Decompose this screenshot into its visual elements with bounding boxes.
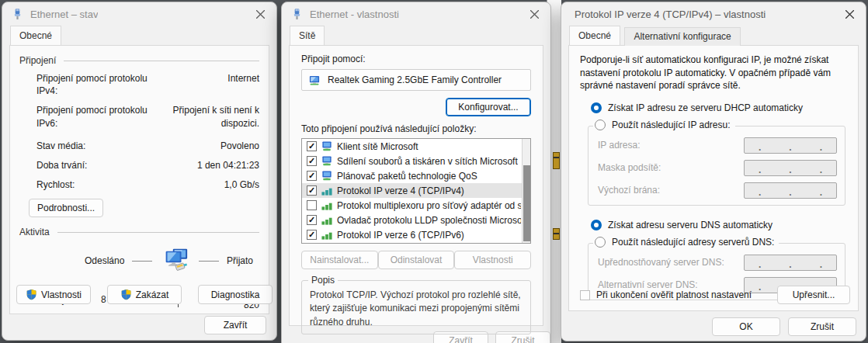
connect-using-label: Připojit pomocí: <box>301 54 531 64</box>
subnet-mask-input[interactable]: ... <box>744 160 837 176</box>
row-value: Internet <box>151 72 259 85</box>
protocol-list: Klient sítě Microsoft Sdílení souborů a … <box>301 138 531 244</box>
tab-strip: Sítě <box>282 26 550 45</box>
list-item-label: Protokol multiplexoru pro síťový adaptér… <box>337 200 521 211</box>
background-icon-fragment <box>553 152 560 169</box>
list-item-label: Sdílení souborů a tiskáren v sítích Micr… <box>337 156 518 167</box>
ip-separator: . <box>820 262 822 268</box>
titlebar[interactable]: Ethernet – stav <box>2 2 276 26</box>
items-label: Toto připojení používá následující polož… <box>301 123 531 134</box>
ip-address-input[interactable]: ... <box>744 137 837 154</box>
checkbox[interactable] <box>307 185 317 196</box>
checkbox[interactable] <box>307 141 317 151</box>
uac-shield-icon <box>26 289 37 300</box>
row-label: Stav média: <box>36 140 151 152</box>
ip-address-label: IP adresa: <box>598 140 744 151</box>
radio-static-ip[interactable] <box>595 120 606 130</box>
list-item[interactable]: Plánovač paketů technologie QoS <box>302 168 530 183</box>
row-value: 1 den 04:21:23 <box>151 159 259 172</box>
install-button[interactable]: Nainstalovat... <box>301 251 378 269</box>
item-properties-button[interactable]: Vlastnosti <box>454 251 531 269</box>
gateway-label: Výchozí brána: <box>598 185 744 196</box>
close-icon[interactable] <box>518 2 550 26</box>
ip-separator: . <box>789 145 791 151</box>
details-button[interactable]: Podrobnosti... <box>29 199 103 217</box>
divider <box>57 232 259 233</box>
list-item[interactable]: Ovladač protokolu LLDP společnosti Micro… <box>302 213 530 227</box>
field-row: IP adresa: ... <box>598 137 837 154</box>
tab-site[interactable]: Sítě <box>290 26 325 45</box>
window-title: Ethernet - vlastnosti <box>310 9 399 20</box>
list-item[interactable]: Sdílení souborů a tiskáren v sítích Micr… <box>302 154 530 168</box>
preferred-dns-input[interactable]: ... <box>744 255 837 271</box>
ip-separator: . <box>789 190 791 196</box>
cancel-button[interactable]: Zrušit <box>788 317 856 336</box>
divider <box>132 261 152 262</box>
ip-separator: . <box>759 145 761 151</box>
checkbox[interactable] <box>307 156 317 166</box>
divider <box>199 261 219 262</box>
configure-button[interactable]: Konfigurovat... <box>446 98 531 116</box>
scrollbar[interactable] <box>522 139 530 243</box>
advanced-button[interactable]: Upřesnit... <box>777 286 850 304</box>
list-item[interactable]: Protokol IP verze 6 (TCP/IPv6) <box>302 227 530 242</box>
radio-dhcp[interactable] <box>591 102 602 113</box>
ip-separator: . <box>759 168 761 173</box>
radio-dns-static-label: Použít následující adresy serverů DNS: <box>612 237 774 248</box>
ip-separator: . <box>759 190 761 196</box>
row-value: Připojení k síti není k dispozici. <box>151 104 259 129</box>
radio-dns-static[interactable] <box>595 237 606 248</box>
ip-separator: . <box>820 168 822 173</box>
checkbox[interactable] <box>307 171 317 181</box>
list-item[interactable]: Protokol multiplexoru pro síťový adaptér… <box>302 198 530 213</box>
gateway-input[interactable]: ... <box>744 182 837 199</box>
close-icon[interactable] <box>244 2 276 26</box>
status-tab-page: Připojení Připojení pomocí protokolu IPv… <box>9 45 269 314</box>
diagnose-button[interactable]: Diagnostika <box>198 285 273 304</box>
checkbox[interactable] <box>307 215 317 225</box>
adapter-name: Realtek Gaming 2.5GbE Family Controller <box>328 74 502 85</box>
radio-row-dns-auto[interactable]: Získat adresu serveru DNS automaticky <box>591 220 847 230</box>
protocol-icon <box>321 185 333 196</box>
validate-checkbox[interactable] <box>580 290 590 300</box>
status-row: Připojení pomocí protokolu IPv4: Interne… <box>36 72 259 97</box>
scrollbar-thumb[interactable] <box>523 165 530 241</box>
tab-alternativni-konfigurace[interactable]: Alternativní konfigurace <box>624 27 740 46</box>
received-label: Přijato <box>227 255 253 266</box>
ok-button[interactable]: OK <box>712 317 780 336</box>
list-item[interactable]: Klient sítě Microsoft <box>302 139 530 154</box>
tab-strip: Obecné Alternativní konfigurace <box>561 26 866 45</box>
protocol-icon <box>321 199 333 211</box>
list-item-label: Protokol IP verze 6 (TCP/IPv6) <box>337 230 464 241</box>
network-client-icon <box>321 170 333 182</box>
titlebar[interactable]: Protokol IP verze 4 (TCP/IPv4) – vlastno… <box>561 2 866 26</box>
list-item-label: Klient sítě Microsoft <box>337 141 418 152</box>
ip-separator: . <box>820 190 822 196</box>
protocol-icon <box>321 229 333 241</box>
uninstall-button[interactable]: Odinstalovat <box>378 251 455 269</box>
row-label: Rychlost: <box>36 178 151 191</box>
subnet-mask-label: Maska podsítě: <box>598 162 744 173</box>
disable-button[interactable]: Zakázat <box>107 285 182 304</box>
close-button[interactable]: Zavřít <box>204 316 266 334</box>
checkbox[interactable] <box>307 230 317 240</box>
ip-separator: . <box>759 262 761 268</box>
radio-row-dhcp[interactable]: Získat IP adresu ze serveru DHCP automat… <box>591 102 847 113</box>
properties-button[interactable]: Vlastnosti <box>16 285 91 304</box>
close-icon[interactable] <box>833 2 866 26</box>
properties-button-label: Vlastnosti <box>41 289 82 300</box>
titlebar[interactable]: Ethernet - vlastnosti <box>282 2 550 26</box>
tab-obecne[interactable]: Obecné <box>10 26 61 45</box>
row-label: Doba trvání: <box>36 159 151 172</box>
tab-obecne[interactable]: Obecné <box>569 26 620 45</box>
list-item[interactable]: Protokol IP verze 4 (TCP/IPv4) <box>302 183 530 198</box>
divider <box>64 61 259 61</box>
description-title: Popis <box>308 275 338 286</box>
disable-button-label: Zakázat <box>136 289 169 300</box>
checkbox[interactable] <box>307 200 317 210</box>
window-title: Protokol IP verze 4 (TCP/IPv4) – vlastno… <box>575 9 766 20</box>
ip-separator: . <box>820 145 822 151</box>
list-item-label: Protokol IP verze 4 (TCP/IPv4) <box>337 185 464 196</box>
radio-dns-auto[interactable] <box>591 220 602 230</box>
window-ipv4-properties: Protokol IP verze 4 (TCP/IPv4) – vlastno… <box>561 2 866 341</box>
